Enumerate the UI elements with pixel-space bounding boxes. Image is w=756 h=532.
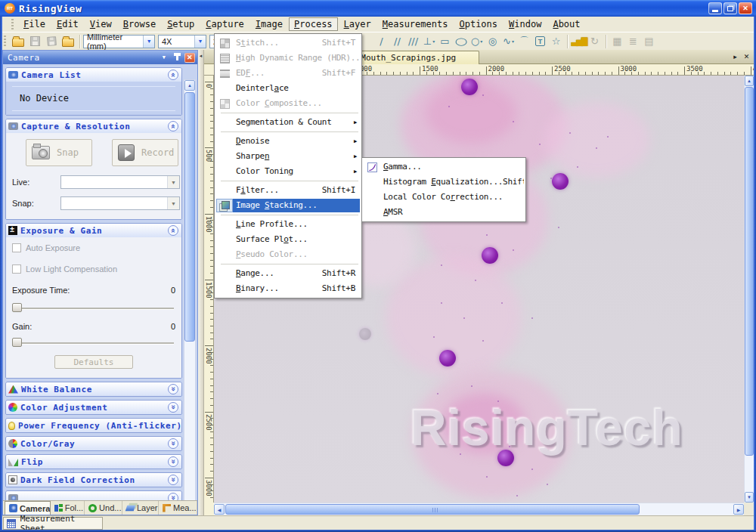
menubar-item-edit[interactable]: Edit (51, 17, 84, 31)
section-header-camera-list[interactable]: Camera List » (6, 68, 181, 82)
panel-tab-camera[interactable]: Camera (5, 501, 51, 515)
camera-panel-titlebar[interactable]: Camera ▼ ✕ (3, 51, 197, 64)
menu-item-histogram-equalization[interactable]: Histogram Equalization...Shift+Q (364, 175, 524, 190)
text-icon[interactable]: T (532, 34, 548, 49)
chevron-down-icon[interactable]: ▾ (512, 39, 514, 44)
panel-tab-fol[interactable]: Fol... (51, 501, 85, 515)
menubar-item-setup[interactable]: Setup (162, 17, 200, 31)
scroll-down-icon[interactable]: ▼ (745, 492, 754, 503)
section-header-capture-resolution[interactable]: Capture & Resolution » (6, 119, 181, 133)
menubar-item-view[interactable]: View (85, 17, 117, 31)
chevron-down-icon[interactable]: ▼ (167, 197, 179, 209)
save-icon[interactable] (26, 34, 43, 49)
menu-item-sharpen[interactable]: Sharpen▶ (216, 149, 360, 164)
polyline-icon[interactable]: /// (405, 34, 421, 49)
menu-item-deinterlace[interactable]: Deinterlace (216, 81, 360, 96)
measurement-sheet-tab[interactable]: Measurement Sheet (3, 517, 103, 530)
menu-item-color-toning[interactable]: Color Toning▶ (216, 164, 360, 179)
chevron-down-icon[interactable]: ▾ (480, 39, 482, 44)
checkbox-icon[interactable] (12, 264, 21, 274)
scroll-left-icon[interactable]: ◀ (214, 504, 225, 515)
scrollbar-thumb[interactable] (225, 504, 640, 515)
unit-dropdown[interactable]: Millimeter (mm) ▼ (83, 35, 155, 48)
histogram-icon[interactable]: ▃▅▇ (571, 34, 587, 49)
menu-item-range[interactable]: Range...Shift+R (216, 266, 360, 281)
snap-button[interactable]: Snap (26, 139, 92, 166)
panel-menu-chevron-icon[interactable]: ▼ (159, 53, 169, 63)
tab-scroll-right-icon[interactable]: ▸ (730, 52, 740, 62)
menu-item-image-stacking[interactable]: Image Stacking... (216, 198, 360, 213)
slider-thumb[interactable] (12, 303, 22, 312)
menubar-item-options[interactable]: Options (454, 17, 503, 31)
collapse-chevron-icon[interactable]: » (168, 121, 178, 131)
parallel-lines-icon[interactable]: // (389, 34, 405, 49)
chevron-down-icon[interactable]: ▼ (194, 36, 206, 48)
open-image-icon[interactable] (10, 34, 26, 49)
menubar-item-file[interactable]: File (18, 17, 51, 31)
menu-item-edf[interactable]: EDF...Shift+F (216, 66, 360, 81)
tab-close-icon[interactable]: ✕ (742, 52, 751, 62)
menu-item-amsr[interactable]: AMSR (364, 205, 524, 220)
circle-icon[interactable]: ○▾ (469, 34, 485, 49)
defaults-button[interactable]: Defaults (54, 355, 133, 369)
arc-icon[interactable]: ⌒ (516, 34, 532, 49)
panel-close-icon[interactable]: ✕ (184, 53, 195, 63)
menu-item-local-color-correction[interactable]: Local Color Correction... (364, 190, 524, 205)
section-header-exposure-gain[interactable]: Exposure & Gain » (6, 224, 181, 237)
rectangle-icon[interactable]: ▭ (437, 34, 453, 49)
gain-slider[interactable] (12, 337, 174, 348)
star-icon[interactable]: ☆ (548, 34, 564, 49)
section-header-color-adjustment[interactable]: Color Adjustment » (6, 401, 181, 414)
section-header-dark-field-correction[interactable]: Dark Field Correction » (6, 473, 181, 487)
menubar-item-process[interactable]: Process (289, 17, 338, 31)
expand-chevron-icon[interactable]: » (168, 402, 178, 413)
menubar-item-browse[interactable]: Browse (118, 17, 161, 31)
refresh-icon[interactable]: ↻ (587, 34, 603, 49)
menubar-item-capture[interactable]: Capture (200, 17, 249, 31)
scrollbar-thumb[interactable] (745, 87, 754, 456)
scroll-up-icon[interactable]: ▲ (745, 76, 754, 86)
menu-item-filter[interactable]: Filter...Shift+I (216, 183, 360, 198)
center-lines-icon[interactable]: ≣ (625, 34, 641, 49)
menubar-item-about[interactable]: About (547, 17, 585, 31)
scroll-up-icon[interactable]: ▲ (184, 80, 195, 91)
chevron-down-icon[interactable]: ▾ (432, 39, 435, 44)
low-light-checkbox[interactable]: Low Light Compensation (12, 264, 117, 274)
perpendicular-icon[interactable]: ⊥▾ (421, 34, 437, 49)
snap-resolution-dropdown[interactable]: ▼ (60, 196, 180, 210)
panel-tab-mea[interactable]: Mea... (159, 501, 197, 515)
horizontal-scrollbar[interactable]: ◀ ▶ (214, 503, 744, 515)
menu-item-binary[interactable]: Binary...Shift+B (216, 281, 360, 296)
menu-item-stitch[interactable]: Stitch...Shift+T (216, 36, 360, 51)
close-icon[interactable]: ✕ (739, 2, 752, 14)
menubar-item-layer[interactable]: Layer (339, 17, 376, 31)
checkbox-icon[interactable] (12, 243, 21, 252)
magnification-dropdown[interactable]: 4X ▼ (158, 35, 206, 48)
auto-exposure-checkbox[interactable]: Auto Exposure (12, 243, 80, 252)
panel-tab-und[interactable]: Und... (85, 501, 122, 515)
panel-view-icon[interactable]: ▤ (641, 34, 657, 49)
section-header-white-balance[interactable]: White Balance » (6, 382, 181, 396)
panel-scrollbar[interactable]: ▲ ▼ (184, 79, 196, 502)
panel-splitter[interactable]: ◂ (198, 50, 204, 515)
expand-chevron-icon[interactable]: » (168, 475, 178, 485)
section-header-flip[interactable]: Flip » (6, 455, 181, 469)
scrollbar-thumb[interactable] (184, 92, 195, 342)
title-bar[interactable]: RT RisingView ✕ (0, 0, 756, 17)
menu-item-pseudo-color[interactable]: Pseudo Color... (216, 247, 360, 262)
expand-chevron-icon[interactable]: » (168, 384, 178, 394)
chevron-down-icon[interactable]: ▼ (167, 176, 179, 188)
record-button[interactable]: Record (112, 139, 178, 166)
pin-icon[interactable] (172, 53, 182, 63)
menu-item-color-composite[interactable]: Color Composite... (216, 96, 360, 111)
collapse-left-icon[interactable]: ◂ (198, 51, 203, 60)
menu-item-line-profile[interactable]: Line Profile... (216, 217, 360, 232)
menu-item-segmentation-count[interactable]: Segmentation & Count▶ (216, 115, 360, 130)
minimize-icon[interactable] (708, 2, 722, 14)
menubar-item-image[interactable]: Image (250, 17, 288, 31)
menubar-item-measurements[interactable]: Measurements (377, 17, 454, 31)
scroll-right-icon[interactable]: ▶ (733, 504, 744, 515)
menu-item-denoise[interactable]: Denoise▶ (216, 134, 360, 149)
slider-thumb[interactable] (12, 338, 22, 347)
vertical-scrollbar[interactable]: ▲ ▼ (744, 76, 754, 503)
